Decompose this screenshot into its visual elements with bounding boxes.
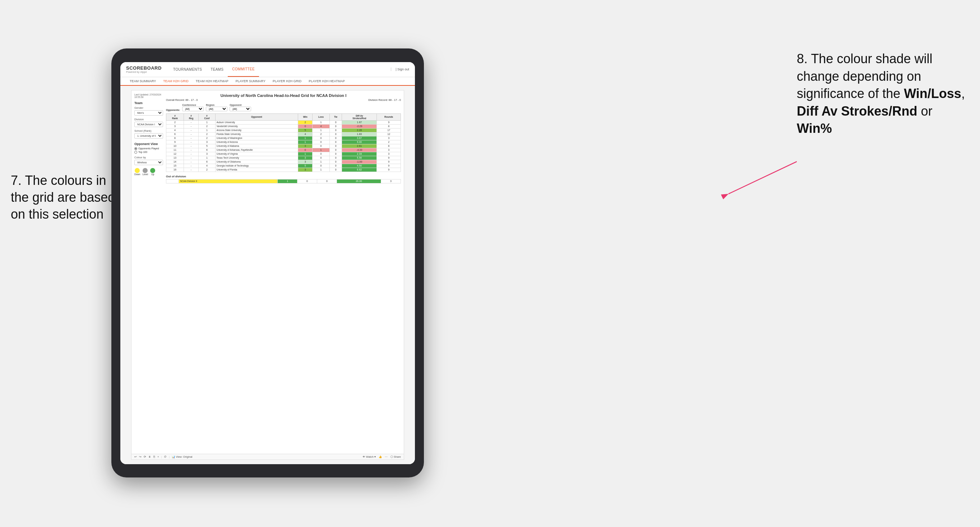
main-content: Last Updated: 27/03/2024 16:55:38 Team G… [120,86,415,464]
svg-line-3 [729,162,797,194]
data-table: #Rank #Reg #Conf Opponent Win Loss Tie D… [166,113,401,172]
tab-team-h2h-heatmap[interactable]: TEAM H2H HEATMAP [192,77,232,85]
logo-area: SCOREBOARD Powered by clippd [126,65,162,73]
win-cell: 1 [298,136,313,140]
rank-cell: 12 [166,152,184,156]
radio-dot-opponents [134,147,137,150]
region-filter-select[interactable]: (All) [206,106,228,111]
conf-cell: 2 [199,132,216,136]
rounds-cell: 2 [377,140,401,144]
tie-cell: 0 [329,168,342,171]
tab-team-summary[interactable]: TEAM SUMMARY [126,77,159,85]
reg-cell: - [184,132,198,136]
filter-opponent: Opponent (All) [229,104,251,111]
opponent-cell: Georgia Institute of Technology [215,164,298,168]
watch-btn[interactable]: 👁 Watch ▾ [363,455,376,459]
reg-cell: - [184,140,198,144]
rank-cell: 16 [166,168,184,171]
tab-player-h2h-grid[interactable]: PLAYER H2H GRID [269,77,305,85]
division-cell: NCAA Division II [179,179,278,183]
school-select[interactable]: 1. University of North... [134,133,163,138]
app-header: SCOREBOARD Powered by clippd TOURNAMENTS… [120,62,415,77]
win-cell: 4 [298,132,313,136]
tableau-embed: Last Updated: 27/03/2024 16:55:38 Team G… [131,90,404,460]
legend-level: Level [143,168,148,176]
overall-record: Overall Record: 89 - 17 - 0 [166,98,197,102]
table-row: 16-2University of Florida3106.629 [166,168,401,171]
bottom-toolbar: ↩ ↪ ⟳ ⏸ ⎘ + | ⏱ | 📊 View: Original 👁 Wat… [132,454,404,460]
tie-cell: 0 [329,148,342,152]
reset-btn[interactable]: ⟳ [144,455,146,459]
plus-btn[interactable]: + [158,455,159,459]
radio-top100[interactable]: Top 100 [134,151,163,154]
th-rounds: Rounds [377,113,401,120]
sign-out-link[interactable]: | Sign out [391,67,409,71]
diff-cell: 2.28 [342,128,377,132]
clock-btn[interactable]: ⏱ [164,455,167,459]
legend-dot-up [150,168,155,173]
conference-filter-select[interactable]: (All) [182,106,204,111]
loss-cell: 0 [313,140,329,144]
rank-cell: 11 [166,148,184,152]
colour-by-select[interactable]: Win/loss [134,160,163,165]
reg-cell: - [184,152,198,156]
nav-tournaments[interactable]: TOURNAMENTS [169,62,206,77]
copy-btn[interactable]: ⎘ [153,455,155,459]
thumbs-btn[interactable]: 👍 [379,455,382,459]
loss-cell: 1 [313,128,329,132]
win-cell: 5 [298,164,313,168]
loss-cell: 0 [313,136,329,140]
tab-player-summary[interactable]: PLAYER SUMMARY [232,77,269,85]
opponent-cell: University of Arizona [215,140,298,144]
reg-cell: - [184,144,198,148]
undo-btn[interactable]: ↩ [134,455,137,459]
rounds-cell: 9 [377,164,401,168]
rank-cell: 14 [166,160,184,164]
nav-committee[interactable]: COMMITTEE [228,62,259,77]
view-original-btn[interactable]: 📊 View: Original [172,455,192,459]
win-cell: 0 [298,148,313,152]
more-btn[interactable]: ⋯ [385,455,388,459]
rounds-cell: 3 [377,148,401,152]
gender-select[interactable]: Men's [134,110,163,116]
divider1: | [161,455,162,459]
opponent-filter-select[interactable]: (All) [229,106,251,111]
opponent-cell: University of Washington [215,136,298,140]
toolbar-left: ↩ ↪ ⟳ ⏸ ⎘ + | ⏱ | 📊 View: Original [134,455,192,459]
grid-title: University of North Carolina Head-to-Hea… [166,93,401,98]
th-win: Win [298,113,313,120]
win-cell: 1 [298,152,313,156]
th-loss: Loss [313,113,329,120]
diff-cell: 2.61 [342,144,377,148]
tab-player-h2h-heatmap[interactable]: PLAYER H2H HEATMAP [305,77,348,85]
nav-teams[interactable]: TEAMS [206,62,228,77]
rank-cell: 10 [166,144,184,148]
opponent-cell: University of Virginia [215,152,298,156]
pause-btn[interactable]: ⏸ [148,455,151,459]
radio-opponents-played[interactable]: Opponents Played [134,147,163,150]
reg-cell: - [184,160,198,164]
rounds-cell: 9 [377,120,401,124]
tab-team-h2h-grid[interactable]: TEAM H2H GRID [159,77,192,86]
rank-cell: 2 [166,120,184,124]
colour-by-label: Colour by [134,156,163,159]
division-select[interactable]: NCAA Division I [134,122,163,127]
table-row: 6-2Florida State University4201.8312 [166,132,401,136]
share-btn[interactable]: ⬡ Share [390,455,401,459]
opponent-cell: Auburn University [215,120,298,124]
sub-nav: TEAM SUMMARY TEAM H2H GRID TEAM H2H HEAT… [120,77,415,86]
conf-cell: 1 [199,128,216,132]
loss-cell: 1 [313,160,329,164]
opponent-view-label: Opponent View [134,142,163,146]
rank-cell: 4 [166,128,184,132]
annotation-right: 8. The colour shade will change dependin… [797,50,969,138]
loss-cell: 4 [313,124,329,128]
conf-cell: 2 [199,136,216,140]
conf-cell: 1 [199,156,216,160]
win-cell: 3 [298,144,313,148]
rank-cell: 15 [166,164,184,168]
table-row: 15-4Georgia Institute of Technology5004.… [166,164,401,168]
win-cell: 2 [298,120,313,124]
legend-dot-down [135,168,140,173]
redo-btn[interactable]: ↪ [139,455,142,459]
